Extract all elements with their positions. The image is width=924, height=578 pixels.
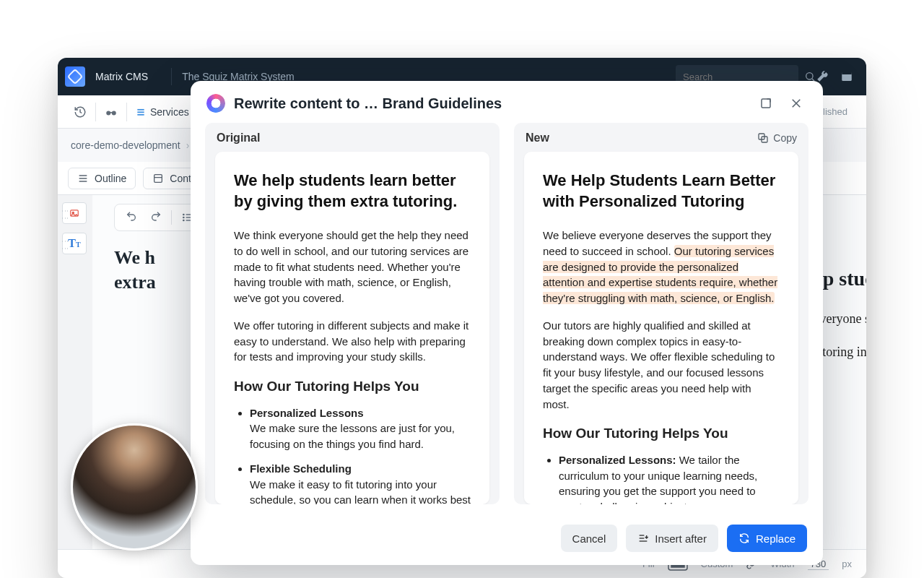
compare-panels: Original We help students learn better b… [191, 123, 823, 514]
new-content[interactable]: We Help Students Learn Better with Perso… [524, 152, 798, 504]
binoculars-button[interactable] [96, 95, 126, 128]
vertical-divider [171, 68, 172, 85]
history-button[interactable] [65, 95, 95, 128]
svg-point-18 [183, 217, 185, 219]
replace-button[interactable]: Replace [727, 525, 807, 552]
copy-button[interactable]: Copy [757, 132, 797, 144]
new-panel: New Copy We Help Students Learn Better w… [514, 123, 808, 504]
svg-rect-7 [137, 108, 144, 110]
svg-point-0 [806, 73, 813, 79]
expand-button[interactable] [755, 92, 777, 114]
drag-grip-icon: ⋮⋮ [61, 207, 69, 222]
breadcrumb-item[interactable]: core-demo-development [71, 139, 180, 151]
modal-header: Rewrite content to … Brand Guidelines [191, 81, 823, 123]
new-label: New [526, 131, 549, 144]
original-heading: We help students learn better by giving … [234, 171, 471, 212]
close-button[interactable] [785, 92, 807, 114]
svg-point-19 [183, 220, 185, 222]
list-item: Personalized LessonsWe make sure the les… [250, 405, 471, 452]
paragraph: Our tutors are highly qualified and skil… [543, 318, 780, 413]
heading-partial-left2: extra [114, 270, 156, 295]
svg-rect-6 [110, 112, 113, 113]
width-unit: px [842, 558, 852, 569]
insert-after-icon [637, 532, 649, 544]
svg-point-17 [183, 214, 185, 216]
replace-icon [738, 532, 750, 544]
app-brand: Matrix CMS [95, 71, 148, 82]
original-panel: Original We help students learn better b… [205, 123, 500, 504]
paragraph: We believe everyone deserves the support… [543, 228, 780, 306]
chevron-right-icon: › [186, 139, 190, 151]
subheading: How Our Tutoring Helps You [234, 376, 471, 397]
services-label: Services [150, 106, 189, 118]
outline-button[interactable]: Outline [68, 168, 136, 189]
list-item: Flexible SchedulingWe make it easy to fi… [250, 461, 471, 504]
svg-point-4 [106, 111, 110, 115]
insert-after-button[interactable]: Insert after [626, 525, 718, 552]
undo-button[interactable] [122, 209, 141, 226]
paragraph: We offer tutoring in different subjects … [234, 318, 471, 365]
app-logo-icon [65, 66, 85, 87]
copy-label: Copy [773, 132, 797, 144]
panel-icon[interactable] [839, 69, 855, 85]
svg-rect-13 [154, 174, 162, 182]
drag-grip-icon: ⋮⋮ [61, 238, 69, 252]
image-block-slot[interactable]: ⋮⋮ [62, 202, 87, 224]
new-heading: We Help Students Learn Better with Perso… [543, 171, 780, 212]
presenter-avatar [71, 423, 198, 551]
svg-rect-3 [842, 72, 852, 74]
subheading: How Our Tutoring Helps You [543, 423, 780, 444]
original-content[interactable]: We help students learn better by giving … [215, 152, 489, 504]
svg-rect-31 [762, 99, 770, 108]
ai-sparkle-icon [206, 94, 225, 113]
modal-footer: Cancel Insert after Replace [191, 514, 823, 565]
svg-rect-8 [137, 111, 144, 113]
text-block-slot[interactable]: ⋮⋮ TT [62, 233, 87, 254]
paragraph: We think everyone should get the help th… [234, 228, 471, 306]
svg-rect-9 [137, 113, 144, 115]
outline-label: Outline [95, 173, 126, 184]
original-label: Original [217, 131, 260, 144]
list-item: Personalized Lessons: We tailor the curr… [559, 452, 780, 504]
heading-partial-left: We h [114, 246, 156, 270]
rewrite-modal: Rewrite content to … Brand Guidelines Or… [191, 81, 823, 565]
redo-button[interactable] [147, 209, 165, 226]
cancel-button[interactable]: Cancel [561, 525, 618, 552]
svg-point-5 [112, 111, 116, 115]
modal-title: Rewrite content to … Brand Guidelines [234, 95, 502, 112]
